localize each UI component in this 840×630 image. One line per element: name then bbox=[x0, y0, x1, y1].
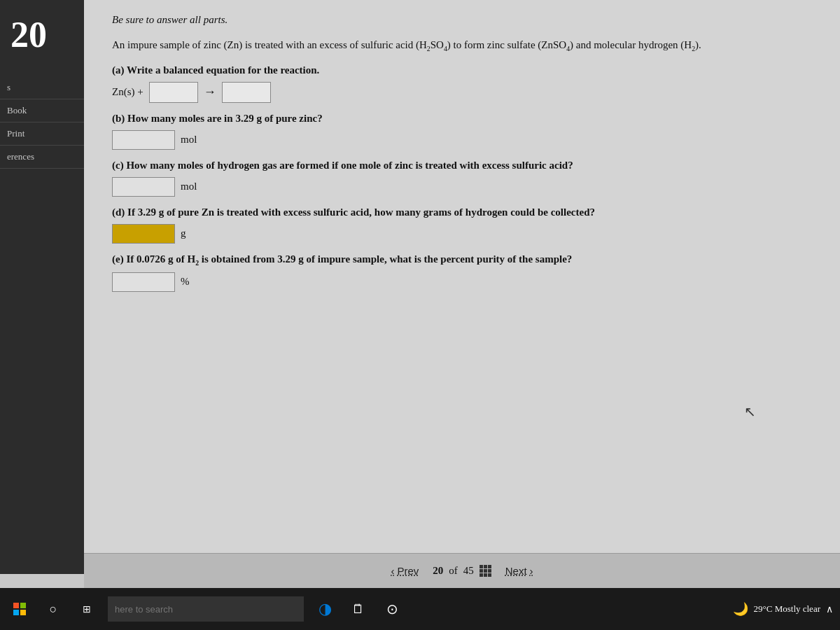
sidebar-item-print[interactable]: Print bbox=[0, 122, 84, 146]
windows-logo-icon bbox=[13, 603, 26, 615]
part-b-unit: mol bbox=[181, 134, 197, 146]
be-sure-text: Be sure to answer all parts. bbox=[112, 14, 819, 26]
eq-box-2[interactable] bbox=[222, 82, 271, 103]
sidebar-item-references[interactable]: erences bbox=[0, 146, 84, 169]
taskbar-right: 🌙 29°C Mostly clear ∧ bbox=[733, 601, 833, 617]
part-b-label: (b) How many moles are in 3.29 g of pure… bbox=[112, 113, 819, 125]
part-e-input[interactable] bbox=[112, 272, 175, 292]
part-b-input[interactable] bbox=[112, 130, 175, 150]
weather-text: 29°C Mostly clear bbox=[754, 603, 820, 615]
part-d-input-row: g bbox=[112, 224, 819, 244]
part-c-unit: mol bbox=[181, 181, 197, 192]
part-c-input[interactable] bbox=[112, 177, 175, 197]
part-b-input-row: mol bbox=[112, 130, 819, 150]
part-e-input-row: % bbox=[112, 272, 819, 292]
total-pages: 45 bbox=[463, 565, 474, 577]
windows-start-button[interactable] bbox=[7, 596, 32, 622]
taskview-icon[interactable]: ⊞ bbox=[74, 596, 99, 622]
part-c-label: (c) How many moles of hydrogen gas are f… bbox=[112, 160, 819, 172]
search-circle-icon[interactable]: ○ bbox=[41, 596, 66, 622]
sidebar: 20 s Book Print erences bbox=[0, 0, 84, 574]
edge-icon[interactable]: ◑ bbox=[312, 596, 337, 622]
prev-chevron-icon: ‹ bbox=[391, 565, 394, 577]
sidebar-item-s[interactable]: s bbox=[0, 76, 84, 99]
file-icon[interactable]: 🗒 bbox=[346, 596, 371, 622]
chrome-icon[interactable]: ⊙ bbox=[379, 596, 405, 622]
prev-button[interactable]: ‹ Prev bbox=[391, 565, 419, 577]
page-info: 20 of 45 bbox=[433, 565, 491, 577]
main-content: Be sure to answer all parts. An impure s… bbox=[84, 0, 840, 588]
prev-label: Prev bbox=[397, 565, 419, 577]
problem-number: 20 bbox=[0, 14, 47, 55]
chevron-up-icon[interactable]: ∧ bbox=[826, 603, 833, 615]
grid-icon[interactable] bbox=[479, 565, 491, 577]
equation-row: Zn(s) + → bbox=[112, 82, 819, 103]
arrow: → bbox=[204, 85, 216, 99]
part-e-label: (e) If 0.0726 g of H2 is obtained from 3… bbox=[112, 253, 819, 267]
part-d-unit: g bbox=[181, 227, 186, 239]
part-d-label: (d) If 3.29 g of pure Zn is treated with… bbox=[112, 206, 819, 218]
nav-bar: ‹ Prev 20 of 45 Next › bbox=[84, 553, 840, 588]
eq-box-1[interactable] bbox=[149, 82, 198, 103]
taskbar-search-input[interactable] bbox=[108, 596, 304, 622]
part-c-input-row: mol bbox=[112, 177, 819, 197]
current-page: 20 bbox=[433, 565, 443, 577]
next-chevron-icon: › bbox=[530, 565, 533, 577]
cursor-icon: ↖ bbox=[744, 403, 756, 420]
moon-icon: 🌙 bbox=[733, 601, 748, 617]
part-d-input[interactable] bbox=[112, 224, 175, 244]
next-label: Next bbox=[505, 565, 527, 577]
of-label: of bbox=[449, 565, 458, 577]
zn-text: Zn(s) + bbox=[112, 86, 144, 98]
intro-text: An impure sample of zinc (Zn) is treated… bbox=[112, 37, 819, 55]
next-button[interactable]: Next › bbox=[505, 565, 533, 577]
part-a-label: (a) Write a balanced equation for the re… bbox=[112, 64, 819, 76]
taskbar: ○ ⊞ ◑ 🗒 ⊙ 🌙 29°C Mostly clear ∧ bbox=[0, 588, 840, 630]
sidebar-item-book[interactable]: Book bbox=[0, 99, 84, 122]
part-e-unit: % bbox=[181, 276, 190, 288]
